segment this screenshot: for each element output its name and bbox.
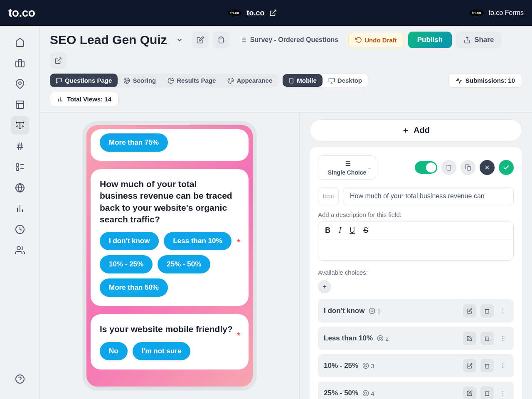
svg-point-72 <box>363 390 369 396</box>
svg-point-75 <box>502 393 503 394</box>
bold-button[interactable]: B <box>325 226 330 235</box>
description-editor: B I U S <box>318 222 514 261</box>
tab-appearance[interactable]: Appearance <box>222 74 278 87</box>
device-mobile[interactable]: Mobile <box>283 74 323 87</box>
choice-pill[interactable]: I'm not sure <box>133 342 191 360</box>
nav-hash[interactable] <box>11 137 29 155</box>
choice-pill[interactable]: Less than 10% <box>164 232 231 250</box>
svg-line-9 <box>21 143 22 150</box>
tab-questions-page[interactable]: Questions Page <box>50 74 118 87</box>
nav-globe[interactable] <box>11 179 29 197</box>
choice-edit-button[interactable] <box>463 332 476 345</box>
choice-pill[interactable]: I don't know <box>100 232 159 250</box>
nav-help[interactable] <box>11 370 29 388</box>
tab-results-page[interactable]: Results Page <box>162 74 222 87</box>
svg-point-34 <box>231 79 232 79</box>
svg-point-2 <box>19 82 21 84</box>
svg-point-20 <box>17 246 20 250</box>
app-badge-icon: to.co <box>470 10 484 16</box>
svg-point-74 <box>502 391 503 392</box>
question-type-select[interactable]: Single Choice ⌄ <box>318 155 376 180</box>
open-external-button[interactable] <box>50 52 66 69</box>
editor-save-button[interactable] <box>499 160 514 175</box>
choice-label: Less than 10% <box>324 334 373 342</box>
undo-draft-button[interactable]: Undo Draft <box>348 33 404 47</box>
svg-point-64 <box>502 336 503 337</box>
nav-layout[interactable] <box>11 96 29 114</box>
choice-edit-button[interactable] <box>463 304 476 318</box>
svg-rect-40 <box>329 78 334 82</box>
svg-point-76 <box>502 395 503 396</box>
stat-submissions[interactable]: Submissions: 10 <box>448 73 522 88</box>
required-toggle[interactable] <box>415 161 437 174</box>
choice-score: 1 <box>369 308 380 315</box>
nav-analytics[interactable] <box>11 200 29 218</box>
survey-type-selector[interactable]: Survey - Ordered Questions <box>234 33 345 47</box>
title-dropdown[interactable] <box>171 32 188 48</box>
svg-point-65 <box>502 338 503 339</box>
nav-forms[interactable] <box>11 116 29 135</box>
share-button[interactable]: Share <box>456 32 501 48</box>
underline-button[interactable]: U <box>350 226 355 235</box>
question-text: How much of your total business revenue … <box>100 178 239 225</box>
editor-delete-button[interactable] <box>441 160 456 175</box>
choices-label: Available choices: <box>318 269 514 276</box>
svg-rect-54 <box>467 167 471 170</box>
nav-location[interactable] <box>11 75 29 93</box>
choice-row: I don't know1 <box>318 299 514 323</box>
question-title-input[interactable] <box>343 187 514 205</box>
breadcrumb-workspace[interactable]: to.co <box>246 9 264 17</box>
svg-line-30 <box>58 58 61 61</box>
nav-home[interactable] <box>11 33 29 52</box>
stat-views[interactable]: Total Views: 14 <box>50 92 118 106</box>
svg-point-33 <box>126 80 128 81</box>
phone-preview[interactable]: More than 75% How much of your total bus… <box>82 121 257 391</box>
svg-point-68 <box>365 365 367 367</box>
sidebar <box>0 26 40 399</box>
svg-point-69 <box>502 363 503 364</box>
choice-edit-button[interactable] <box>463 387 476 399</box>
nav-users[interactable] <box>11 241 29 259</box>
italic-button[interactable]: I <box>339 226 341 235</box>
description-textarea[interactable] <box>318 239 513 260</box>
choice-delete-button[interactable] <box>480 332 494 345</box>
add-choice-button[interactable]: + <box>318 280 331 293</box>
choice-pill[interactable]: More than 50% <box>100 278 168 297</box>
svg-point-66 <box>502 340 503 341</box>
app-name[interactable]: to.co Forms <box>489 9 524 17</box>
external-link-icon[interactable] <box>269 9 277 17</box>
publish-button[interactable]: Publish <box>408 32 452 48</box>
choice-more-button[interactable] <box>498 362 508 369</box>
preview-pane: More than 75% How much of your total bus… <box>40 113 299 399</box>
app-logo[interactable]: to.co <box>8 6 35 20</box>
strikethrough-button[interactable]: S <box>363 226 368 235</box>
nav-briefcase[interactable] <box>11 54 29 72</box>
choice-more-button[interactable] <box>498 390 508 397</box>
add-question-button[interactable]: Add <box>310 119 522 141</box>
editor-pane: Add Single Choice ⌄ <box>299 113 532 399</box>
choice-pill[interactable]: 10% - 25% <box>100 255 153 273</box>
choice-delete-button[interactable] <box>480 304 494 318</box>
edit-title-button[interactable] <box>192 32 209 48</box>
editor-duplicate-button[interactable] <box>461 160 475 175</box>
choice-delete-button[interactable] <box>480 359 494 372</box>
choice-delete-button[interactable] <box>480 387 494 399</box>
nav-list[interactable] <box>11 158 29 176</box>
device-desktop[interactable]: Desktop <box>323 74 368 87</box>
nav-history[interactable] <box>11 220 29 239</box>
choice-more-button[interactable] <box>498 308 508 314</box>
svg-point-60 <box>502 310 503 311</box>
editor-close-button[interactable] <box>480 160 495 175</box>
tab-scoring[interactable]: Scoring <box>118 74 162 87</box>
delete-button[interactable] <box>213 32 229 48</box>
question-card: How much of your total business revenue … <box>91 169 249 306</box>
question-text: Is your website mobile friendly? <box>100 323 239 335</box>
choice-pill[interactable]: More than 75% <box>100 133 168 152</box>
question-icon-picker[interactable]: Icon <box>318 187 339 205</box>
svg-rect-11 <box>16 168 19 170</box>
choice-more-button[interactable] <box>498 335 508 342</box>
choice-pill[interactable]: 25% - 50% <box>158 255 210 273</box>
choice-edit-button[interactable] <box>463 359 476 372</box>
choice-pill[interactable]: No <box>100 342 128 360</box>
description-label: Add a description for this field: <box>318 211 514 218</box>
